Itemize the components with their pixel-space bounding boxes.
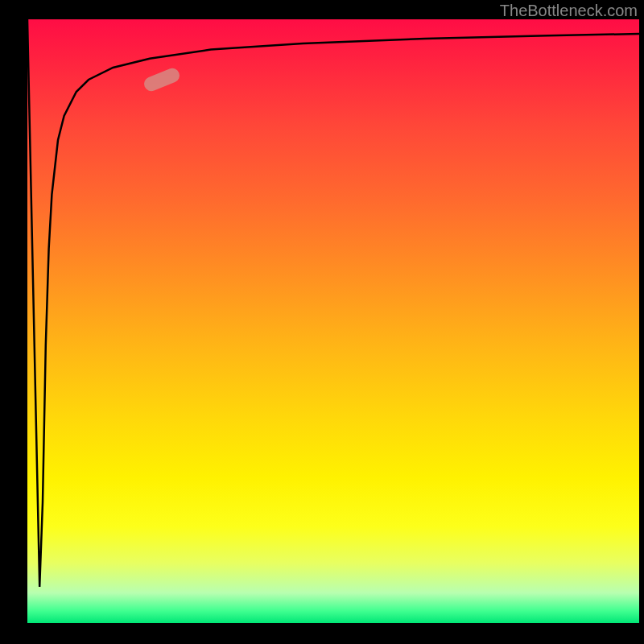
watermark-text: TheBottleneck.com [500,2,638,20]
chart-curve [27,19,639,623]
